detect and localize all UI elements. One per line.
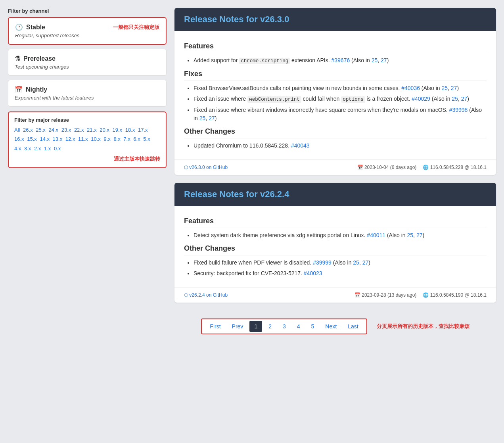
chromium-version: 🌐 116.0.5845.228 @ 18.16.1 — [423, 165, 487, 170]
filter-by-channel-label: Filter by channel — [8, 8, 167, 14]
release-link-9x[interactable]: 9.x — [103, 136, 110, 142]
prerelease-subtitle: Test upcoming changes — [15, 64, 160, 70]
section-title: Features — [184, 217, 487, 228]
list-item: Fixed an issue where webContents.print c… — [194, 95, 487, 104]
release-link-17x[interactable]: 17.x — [138, 127, 148, 133]
bullet-list: Detect system dark theme preference via … — [184, 231, 487, 240]
release-link-23x[interactable]: 23.x — [61, 127, 71, 133]
pagination-wrapper: FirstPrev12345NextLast 分页展示所有的历史版本，查找比较麻… — [174, 311, 496, 338]
list-item: Added support for chrome.scripting exten… — [194, 56, 487, 65]
stable-icon: 🕐 — [15, 23, 23, 31]
section-title: Other Changes — [184, 127, 487, 138]
page-btn-prev[interactable]: Prev — [227, 321, 248, 332]
list-item: Fixed build failure when PDF viewer is d… — [194, 259, 487, 267]
stable-subtitle: Regular, supported releases — [15, 33, 159, 38]
footer-meta: 📅 2023-10-04 (6 days ago)🌐 116.0.5845.22… — [357, 165, 487, 170]
list-item: Fixed an issue where vibrant windows inc… — [194, 106, 487, 123]
release-link-10x[interactable]: 10.x — [91, 136, 101, 142]
page-btn-last[interactable]: Last — [343, 321, 363, 332]
page-btn-2[interactable]: 2 — [264, 321, 276, 332]
section-title: Fixes — [184, 70, 487, 81]
release-date: 📅 2023-09-28 (13 days ago) — [355, 292, 416, 298]
channel-prerelease[interactable]: ⚗ Prerelease Test upcoming changes — [8, 49, 167, 76]
page-btn-4[interactable]: 4 — [292, 321, 305, 332]
release-title-v26.3.0: Release Notes for v26.3.0 — [184, 14, 487, 25]
list-item: Detect system dark theme preference via … — [194, 231, 487, 240]
release-filter-box: Filter by major release All 26.x 25.x 24… — [8, 111, 167, 168]
page-btn-1[interactable]: 1 — [249, 321, 262, 332]
stable-annotation: 一般都只关注稳定版 — [113, 24, 159, 31]
bullet-list: Fixed BrowserView.setBounds calls not pa… — [184, 84, 487, 123]
version-link[interactable]: 25 — [372, 57, 378, 63]
list-item: Fixed BrowserView.setBounds calls not pa… — [194, 84, 487, 92]
issue-link[interactable]: #39676 — [332, 57, 350, 63]
section-title: Features — [184, 42, 487, 53]
bullet-list: Added support for chrome.scripting exten… — [184, 56, 487, 65]
release-link-25x[interactable]: 25.x — [36, 127, 46, 133]
release-link-13x[interactable]: 13.x — [53, 136, 63, 142]
page-btn-next[interactable]: Next — [320, 321, 341, 332]
list-item: Security: backported fix for CVE-2023-52… — [194, 269, 487, 278]
page-btn-3[interactable]: 3 — [278, 321, 291, 332]
release-link-21x[interactable]: 21.x — [87, 127, 97, 133]
channel-nightly[interactable]: 📅 Nightly Experiment with the latest fea… — [8, 80, 167, 107]
main-content: Release Notes for v26.3.0FeaturesAdded s… — [174, 8, 496, 338]
release-link-16x[interactable]: 16.x — [14, 136, 24, 142]
release-link-7x[interactable]: 7.x — [123, 136, 130, 142]
release-date: 📅 2023-10-04 (6 days ago) — [357, 165, 417, 170]
page-btn-first[interactable]: First — [205, 321, 225, 332]
github-link[interactable]: ⬡ v26.2.4 on GitHub — [184, 292, 228, 298]
release-link-4x[interactable]: 4.x — [14, 146, 21, 152]
release-link-1x[interactable]: 1.x — [44, 146, 51, 152]
footer-meta: 📅 2023-09-28 (13 days ago)🌐 116.0.5845.1… — [355, 292, 487, 298]
github-link[interactable]: ⬡ v26.3.0 on GitHub — [184, 165, 228, 170]
release-link-0x[interactable]: 0.x — [54, 146, 61, 152]
nightly-title: Nightly — [26, 86, 47, 93]
release-link-22x[interactable]: 22.x — [74, 127, 84, 133]
prerelease-icon: ⚗ — [15, 55, 20, 62]
release-footer: ⬡ v26.3.0 on GitHub📅 2023-10-04 (6 days … — [174, 159, 496, 175]
release-filter-annotation: 通过主版本快速跳转 — [14, 155, 160, 163]
sidebar: Filter by channel 🕐 Stable 一般都只关注稳定版 Reg… — [8, 8, 167, 338]
bullet-list: Fixed build failure when PDF viewer is d… — [184, 259, 487, 278]
bullet-list: Updated Chromium to 116.0.5845.228. #400… — [184, 142, 487, 150]
release-link-11x[interactable]: 11.x — [78, 136, 88, 142]
release-card-v26.3.0: Release Notes for v26.3.0FeaturesAdded s… — [174, 8, 496, 175]
release-link-19x[interactable]: 19.x — [113, 127, 123, 133]
nightly-icon: 📅 — [15, 86, 23, 93]
release-link-24x[interactable]: 24.x — [48, 127, 58, 133]
release-link-2x[interactable]: 2.x — [34, 146, 41, 152]
release-link-All[interactable]: All — [14, 127, 20, 133]
release-link-18x[interactable]: 18.x — [125, 127, 135, 133]
release-filter-title: Filter by major release — [14, 117, 160, 123]
release-title-v26.2.4: Release Notes for v26.2.4 — [184, 189, 487, 199]
release-link-3x[interactable]: 3.x — [24, 146, 31, 152]
page-btn-5[interactable]: 5 — [307, 321, 319, 332]
prerelease-title: Prerelease — [23, 55, 56, 62]
section-title: Other Changes — [184, 244, 487, 255]
version-link[interactable]: 27 — [381, 57, 387, 63]
stable-title: Stable — [26, 24, 45, 31]
release-link-8x[interactable]: 8.x — [113, 136, 120, 142]
release-link-12x[interactable]: 12.x — [65, 136, 75, 142]
pagination-box: FirstPrev12345NextLast — [201, 318, 367, 334]
pagination-annotation: 分页展示所有的历史版本，查找比较麻烦 — [377, 323, 470, 330]
release-link-14x[interactable]: 14.x — [40, 136, 50, 142]
nightly-subtitle: Experiment with the latest features — [15, 95, 160, 101]
release-link-26x[interactable]: 26.x — [23, 127, 33, 133]
release-link-6x[interactable]: 6.x — [133, 136, 140, 142]
release-link-20x[interactable]: 20.x — [100, 127, 109, 133]
release-card-v26.2.4: Release Notes for v26.2.4FeaturesDetect … — [174, 183, 496, 303]
release-footer: ⬡ v26.2.4 on GitHub📅 2023-09-28 (13 days… — [174, 287, 496, 303]
release-link-15x[interactable]: 15.x — [27, 136, 37, 142]
release-link-5x[interactable]: 5.x — [143, 136, 150, 142]
release-links: All 26.x 25.x 24.x 23.x 22.x 21.x 20.x 1… — [14, 125, 160, 153]
channel-stable[interactable]: 🕐 Stable 一般都只关注稳定版 Regular, supported re… — [8, 17, 167, 45]
list-item: Updated Chromium to 116.0.5845.228. #400… — [194, 142, 487, 150]
chromium-version: 🌐 116.0.5845.190 @ 18.16.1 — [423, 292, 487, 298]
